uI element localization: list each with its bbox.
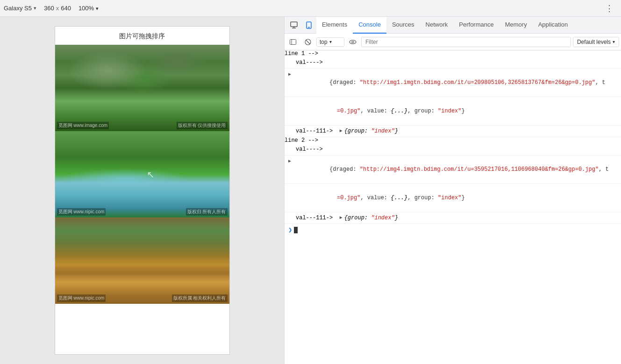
console-key: }: [462, 108, 465, 114]
console-obj: {group: "index"}: [344, 127, 398, 135]
tab-application-label: Application: [538, 21, 568, 28]
console-key: , value:: [360, 108, 391, 114]
tab-sources-label: Sources: [392, 21, 414, 28]
console-key: , value:: [360, 195, 391, 201]
mobile-frame: 图片可拖拽排序 觅图网 www.image.com 版权所有 仅供搜搜使用 觅图…: [55, 26, 230, 355]
console-key: , t: [599, 166, 609, 173]
zoom-value: 100%: [79, 5, 94, 12]
width-value: 360: [44, 5, 54, 12]
viewport-panel: 图片可拖拽排序 觅图网 www.image.com 版权所有 仅供搜搜使用 觅图…: [0, 17, 284, 364]
console-string-value: =0.jpg": [337, 108, 360, 114]
context-selector[interactable]: top ▾: [316, 37, 344, 47]
console-prompt[interactable]: ❯: [285, 224, 621, 236]
image-3: 觅图网 www.nipic.com 版权所属 相关权利人所有: [55, 217, 229, 304]
console-entry[interactable]: ▶ {draged: "http://img1.imgtn.bdimg.com/…: [285, 69, 621, 97]
page-title: 图片可拖拽排序: [55, 27, 229, 45]
tab-application[interactable]: Application: [533, 17, 574, 34]
expand-arrow-icon[interactable]: ▶: [288, 157, 291, 166]
devtools-panel: Elements Console Sources Network Perform…: [284, 17, 621, 364]
list-item[interactable]: 觅图网 www.nipic.com 版权所属 相关权利人所有: [55, 217, 229, 304]
main-area: 图片可拖拽排序 觅图网 www.image.com 版权所有 仅供搜搜使用 觅图…: [0, 17, 621, 364]
console-string-value: "http://img1.imgtn.bdimg.com/it/u=209805…: [360, 79, 595, 86]
image-list: 觅图网 www.image.com 版权所有 仅供搜搜使用 觅图网 www.ni…: [55, 45, 229, 304]
console-entry[interactable]: val---111-> ▶ {group: "index"}: [285, 126, 621, 137]
console-entry: val---->: [285, 57, 621, 69]
watermark-right-3: 版权所属 相关权利人所有: [172, 294, 228, 302]
top-toolbar: Galaxy S5 ▾ 360 x 640 100% ▾ ⋮: [0, 0, 621, 17]
tab-network[interactable]: Network: [420, 17, 454, 34]
expand-icon[interactable]: ▶: [340, 214, 343, 222]
watermark-left-3: 觅图网 www.nipic.com: [57, 294, 106, 302]
console-entry[interactable]: val---111-> ▶ {group: "index"}: [285, 212, 621, 224]
watermark-left-2: 觅图网 www.nipic.com: [57, 208, 106, 216]
console-obj: {group: "index"}: [344, 214, 398, 222]
clear-console-button[interactable]: [301, 35, 314, 49]
console-string-value: =0.jpg": [337, 195, 360, 201]
devtools-tab-bar: Elements Console Sources Network Perform…: [285, 17, 621, 34]
levels-chevron: ▾: [613, 39, 615, 44]
console-text: val---111->: [296, 214, 340, 222]
expand-arrow-icon[interactable]: ▶: [288, 70, 291, 79]
svg-rect-5: [290, 39, 296, 44]
svg-point-9: [350, 40, 356, 44]
console-key: {draged:: [329, 79, 360, 86]
tab-console-label: Console: [358, 21, 381, 28]
dimension-separator: x: [56, 5, 59, 12]
tab-memory-label: Memory: [505, 21, 527, 28]
console-entry: val---->: [285, 144, 621, 155]
context-chevron: ▾: [329, 39, 332, 44]
tab-console[interactable]: Console: [353, 17, 386, 34]
context-value: top: [320, 39, 328, 45]
expand-icon[interactable]: ▶: [340, 127, 343, 135]
svg-point-10: [352, 41, 354, 43]
tab-performance[interactable]: Performance: [453, 17, 499, 34]
height-value: 640: [61, 5, 71, 12]
console-output: line 1 --> val----> ▶ {draged: "http://i…: [285, 50, 621, 364]
device-chevron: ▾: [34, 5, 36, 11]
console-text: val---->: [296, 58, 323, 67]
image-2: 觅图网 www.nipic.com 版权归 所有人所有 ↖: [55, 131, 229, 217]
console-obj: {...}: [391, 108, 407, 114]
list-item[interactable]: 觅图网 www.image.com 版权所有 仅供搜搜使用: [55, 45, 229, 131]
tab-performance-label: Performance: [459, 21, 493, 28]
console-text: val---->: [296, 145, 323, 154]
inspect-icon[interactable]: [286, 17, 301, 34]
mobile-icon[interactable]: [301, 17, 316, 34]
image-1: 觅图网 www.image.com 版权所有 仅供搜搜使用: [55, 45, 229, 131]
eye-button[interactable]: [346, 35, 359, 49]
console-string-value: "index": [438, 195, 461, 201]
list-item[interactable]: 觅图网 www.nipic.com 版权归 所有人所有 ↖: [55, 131, 229, 217]
console-cursor[interactable]: [294, 227, 298, 233]
watermark-right-1: 版权所有 仅供搜搜使用: [177, 122, 228, 129]
zoom-display[interactable]: 100% ▾: [79, 5, 99, 12]
console-entry[interactable]: ▶ {draged: "http://img4.imgtn.bdimg.com/…: [285, 155, 621, 184]
console-toolbar: top ▾ Default levels ▾: [285, 34, 621, 50]
more-options-icon[interactable]: ⋮: [601, 1, 617, 15]
levels-label: Default levels: [577, 39, 611, 45]
console-key: }: [462, 195, 465, 201]
console-string-value: "index": [438, 108, 461, 114]
dimension-display: 360 x 640: [44, 5, 71, 12]
sidebar-toggle-button[interactable]: [286, 35, 300, 49]
tab-elements[interactable]: Elements: [316, 17, 353, 34]
filter-input[interactable]: [361, 37, 571, 47]
tab-elements-label: Elements: [322, 21, 347, 28]
tab-memory[interactable]: Memory: [500, 17, 533, 34]
console-string-value: "http://img4.imgtn.bdimg.com/it/u=359521…: [360, 166, 599, 173]
svg-line-8: [306, 40, 310, 44]
tab-sources[interactable]: Sources: [386, 17, 420, 34]
console-entry-continuation: =0.jpg", value: {...}, group: "index"}: [285, 97, 621, 126]
device-name: Galaxy S5: [4, 5, 32, 12]
console-key: , t: [595, 79, 606, 86]
console-obj: {...}: [391, 195, 407, 201]
console-entry-continuation: =0.jpg", value: {...}, group: "index"}: [285, 184, 621, 212]
console-key: , group:: [407, 108, 438, 114]
device-selector[interactable]: Galaxy S5 ▾: [4, 5, 36, 12]
svg-rect-0: [291, 22, 297, 27]
console-key: , group:: [407, 195, 438, 201]
prompt-arrow-icon: ❯: [288, 226, 292, 234]
levels-button[interactable]: Default levels ▾: [573, 37, 619, 47]
console-text: val---111->: [296, 127, 340, 135]
tab-network-label: Network: [426, 21, 448, 28]
zoom-chevron: ▾: [96, 6, 99, 11]
